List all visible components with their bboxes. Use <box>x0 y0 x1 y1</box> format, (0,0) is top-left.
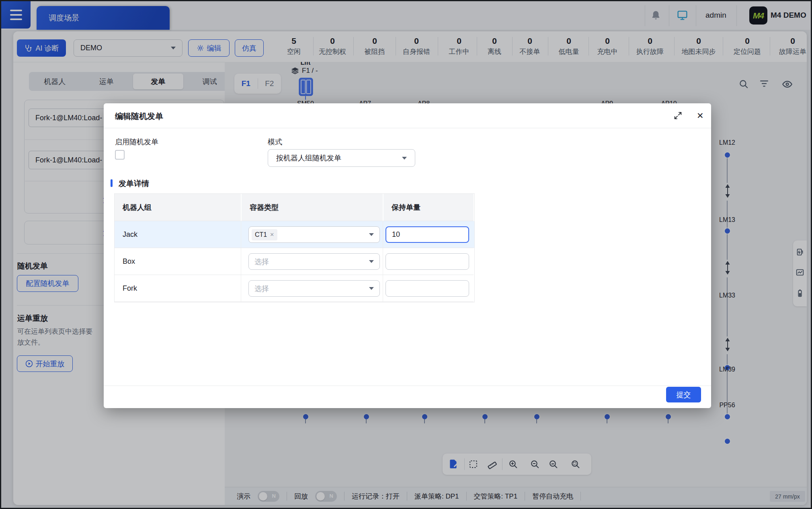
container-cell: 选择 <box>241 248 383 275</box>
mode-select[interactable]: 按机器人组随机发单 <box>268 149 415 167</box>
col-container-type: 容器类型 <box>241 194 383 221</box>
container-tag: CT1 ✕ <box>252 229 277 240</box>
enable-random-dispatch-label: 启用随机发单 <box>115 137 158 147</box>
chevron-down-icon <box>369 287 374 290</box>
container-cell: 选择 <box>241 275 383 302</box>
col-robot-group: 机器人组 <box>115 194 241 221</box>
group-name: Jack <box>115 221 241 248</box>
enable-random-dispatch-checkbox[interactable] <box>115 150 125 160</box>
app-root: 调度场景 admin M4 M4 DEMO AI 诊断 DEMO <box>0 0 812 509</box>
table-row: Fork 选择 <box>115 275 474 302</box>
container-type-select[interactable]: CT1 ✕ <box>248 226 380 243</box>
chevron-down-icon <box>369 260 374 263</box>
quantity-input[interactable] <box>385 253 469 270</box>
table-row: Box 选择 <box>115 248 474 275</box>
quantity-cell <box>383 275 474 302</box>
col-hold-quantity: 保持单量 <box>383 194 474 221</box>
table-header-row: 机器人组 容器类型 保持单量 <box>115 194 474 221</box>
container-type-select[interactable]: 选择 <box>248 280 380 297</box>
quantity-cell <box>383 248 474 275</box>
close-icon[interactable]: ✕ <box>697 111 704 120</box>
section-marker <box>111 179 113 187</box>
submit-button[interactable]: 提交 <box>666 387 701 402</box>
edit-random-dispatch-modal: 编辑随机发单 ✕ 启用随机发单 模式 按机器人组随机发单 发单详情 机器人组 容… <box>104 103 711 408</box>
modal-header: 编辑随机发单 ✕ <box>104 103 711 128</box>
dispatch-detail-title: 发单详情 <box>119 179 149 189</box>
table-row: Jack CT1 ✕ 10 <box>115 221 474 248</box>
container-cell: CT1 ✕ <box>241 221 383 248</box>
divider <box>104 386 711 386</box>
group-name: Box <box>115 248 241 275</box>
tag-remove-icon[interactable]: ✕ <box>270 232 274 238</box>
modal-title: 编辑随机发单 <box>115 111 163 122</box>
quantity-cell: 10 <box>383 221 474 248</box>
chevron-down-icon <box>369 233 374 236</box>
quantity-input[interactable] <box>385 280 469 297</box>
container-type-select[interactable]: 选择 <box>248 253 380 270</box>
dispatch-table: 机器人组 容器类型 保持单量 Jack CT1 ✕ 10 <box>114 193 475 302</box>
mode-label: 模式 <box>268 137 282 147</box>
group-name: Fork <box>115 275 241 302</box>
expand-icon[interactable] <box>674 111 682 121</box>
quantity-input[interactable]: 10 <box>385 226 469 243</box>
chevron-down-icon <box>402 157 407 160</box>
